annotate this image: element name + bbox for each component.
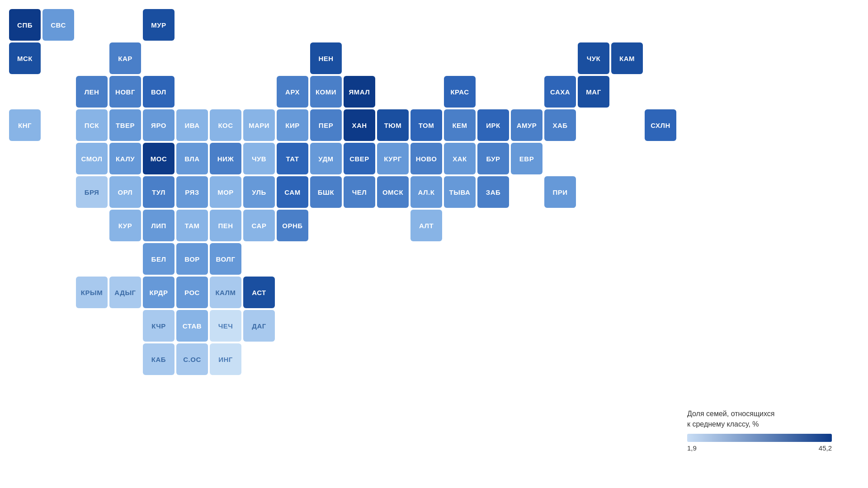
region-ЯМАЛ: ЯМАЛ bbox=[344, 76, 375, 108]
region-КРДР: КРДР bbox=[143, 277, 175, 308]
region-КРАС: КРАС bbox=[444, 76, 476, 108]
legend: Доля семей, относящихся к среднему класс… bbox=[687, 409, 832, 452]
region-МАРИ: МАРИ bbox=[243, 109, 275, 141]
region-ИРК: ИРК bbox=[477, 109, 509, 141]
region-ЛИП: ЛИП bbox=[143, 210, 175, 241]
region-НОВО: НОВО bbox=[410, 143, 442, 174]
region-КАР: КАР bbox=[109, 42, 141, 74]
region-ЕВР: ЕВР bbox=[511, 143, 542, 174]
region-ВОР: ВОР bbox=[176, 243, 208, 275]
legend-bar bbox=[687, 434, 832, 442]
region-КЧР: КЧР bbox=[143, 310, 175, 342]
region-СПБ: СПБ bbox=[9, 9, 41, 41]
region-УЛЬ: УЛЬ bbox=[243, 176, 275, 208]
region-АМУР: АМУР bbox=[511, 109, 542, 141]
region-РЯЗ: РЯЗ bbox=[176, 176, 208, 208]
region-ЧУВ: ЧУВ bbox=[243, 143, 275, 174]
region-НЕН: НЕН bbox=[310, 42, 342, 74]
region-ТУЛ: ТУЛ bbox=[143, 176, 175, 208]
region-СМОЛ: СМОЛ bbox=[76, 143, 108, 174]
region-РОС: РОС bbox=[176, 277, 208, 308]
region-КОС: КОС bbox=[210, 109, 241, 141]
legend-max: 45,2 bbox=[819, 444, 832, 452]
region-КОМИ: КОМИ bbox=[310, 76, 342, 108]
region-КАЛУ: КАЛУ bbox=[109, 143, 141, 174]
region-ИНГ: ИНГ bbox=[210, 343, 241, 375]
region-С.ОС: С.ОС bbox=[176, 343, 208, 375]
region-ВЛА: ВЛА bbox=[176, 143, 208, 174]
region-СХЛН: СХЛН bbox=[645, 109, 676, 141]
region-МСК: МСК bbox=[9, 42, 41, 74]
region-КАБ: КАБ bbox=[143, 343, 175, 375]
region-ЧЕЛ: ЧЕЛ bbox=[344, 176, 375, 208]
region-КАМ: КАМ bbox=[611, 42, 643, 74]
region-ПРИ: ПРИ bbox=[544, 176, 576, 208]
region-СВС: СВС bbox=[42, 9, 74, 41]
region-ОРНБ: ОРНБ bbox=[277, 210, 308, 241]
region-ТОМ: ТОМ bbox=[410, 109, 442, 141]
region-БУР: БУР bbox=[477, 143, 509, 174]
region-ТЫВА: ТЫВА bbox=[444, 176, 476, 208]
region-АЛТ: АЛТ bbox=[410, 210, 442, 241]
region-ХАК: ХАК bbox=[444, 143, 476, 174]
region-ОМСК: ОМСК bbox=[377, 176, 409, 208]
region-ХАН: ХАН bbox=[344, 109, 375, 141]
region-КАЛМ: КАЛМ bbox=[210, 277, 241, 308]
region-ТАМ: ТАМ bbox=[176, 210, 208, 241]
region-СВЕР: СВЕР bbox=[344, 143, 375, 174]
region-ТАТ: ТАТ bbox=[277, 143, 308, 174]
region-БРЯ: БРЯ bbox=[76, 176, 108, 208]
region-ИВА: ИВА bbox=[176, 109, 208, 141]
region-ЧЕЧ: ЧЕЧ bbox=[210, 310, 241, 342]
region-САР: САР bbox=[243, 210, 275, 241]
region-КЕМ: КЕМ bbox=[444, 109, 476, 141]
region-ЗАБ: ЗАБ bbox=[477, 176, 509, 208]
region-БЕЛ: БЕЛ bbox=[143, 243, 175, 275]
region-ПСК: ПСК bbox=[76, 109, 108, 141]
region-МОР: МОР bbox=[210, 176, 241, 208]
legend-labels: 1,9 45,2 bbox=[687, 444, 832, 452]
region-НИЖ: НИЖ bbox=[210, 143, 241, 174]
region-ТЮМ: ТЮМ bbox=[377, 109, 409, 141]
region-КНГ: КНГ bbox=[9, 109, 41, 141]
region-КУР: КУР bbox=[109, 210, 141, 241]
region-ЛЕН: ЛЕН bbox=[76, 76, 108, 108]
region-ВОЛ: ВОЛ bbox=[143, 76, 175, 108]
region-ПЕР: ПЕР bbox=[310, 109, 342, 141]
region-АДЫГ: АДЫГ bbox=[109, 277, 141, 308]
region-МАГ: МАГ bbox=[578, 76, 609, 108]
region-СТАВ: СТАВ bbox=[176, 310, 208, 342]
region-АЛ.К: АЛ.К bbox=[410, 176, 442, 208]
region-ТВЕР: ТВЕР bbox=[109, 109, 141, 141]
region-КРЫМ: КРЫМ bbox=[76, 277, 108, 308]
legend-min: 1,9 bbox=[687, 444, 697, 452]
legend-title: Доля семей, относящихся к среднему класс… bbox=[687, 409, 832, 429]
region-ХАБ: ХАБ bbox=[544, 109, 576, 141]
region-ЧУК: ЧУК bbox=[578, 42, 609, 74]
region-БШК: БШК bbox=[310, 176, 342, 208]
region-ОРЛ: ОРЛ bbox=[109, 176, 141, 208]
region-ДАГ: ДАГ bbox=[243, 310, 275, 342]
region-САХА: САХА bbox=[544, 76, 576, 108]
region-ВОЛГ: ВОЛГ bbox=[210, 243, 241, 275]
region-НОВГ: НОВГ bbox=[109, 76, 141, 108]
legend-title-line2: к среднему классу, % bbox=[687, 420, 759, 428]
region-ЯРО: ЯРО bbox=[143, 109, 175, 141]
region-САМ: САМ bbox=[277, 176, 308, 208]
region-УДМ: УДМ bbox=[310, 143, 342, 174]
region-АСТ: АСТ bbox=[243, 277, 275, 308]
region-ПЕН: ПЕН bbox=[210, 210, 241, 241]
region-МУР: МУР bbox=[143, 9, 175, 41]
region-КУРГ: КУРГ bbox=[377, 143, 409, 174]
region-МОС: МОС bbox=[143, 143, 175, 174]
region-АРХ: АРХ bbox=[277, 76, 308, 108]
legend-title-line1: Доля семей, относящихся bbox=[687, 410, 775, 418]
region-КИР: КИР bbox=[277, 109, 308, 141]
map-grid: СПБСВСМУРМСККАРНЕНЧУККАМЛЕННОВГВОЛАРХКОМ… bbox=[9, 9, 676, 375]
map-container: СПБСВСМУРМСККАРНЕНЧУККАМЛЕННОВГВОЛАРХКОМ… bbox=[9, 9, 676, 375]
